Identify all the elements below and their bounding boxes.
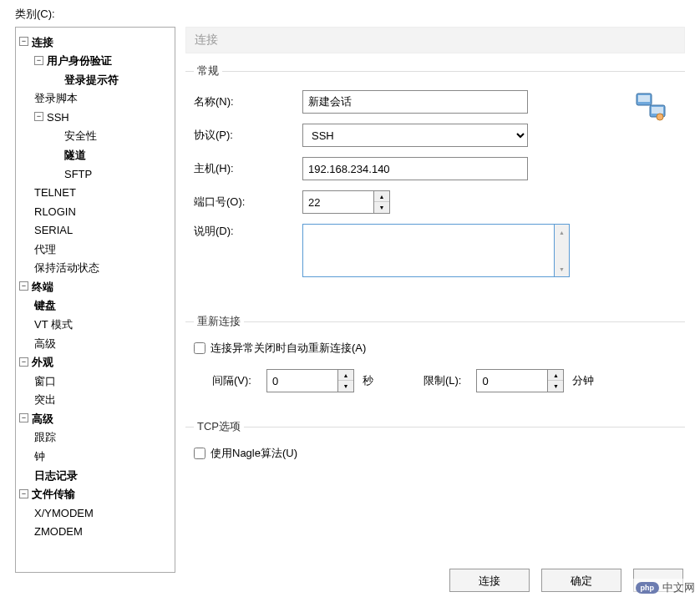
svg-rect-3 (652, 107, 663, 114)
protocol-label: 协议(P): (194, 128, 302, 143)
tcp-fieldset: TCP选项 使用Nagle算法(U) (185, 419, 685, 478)
reconnect-legend: 重新连接 (194, 314, 244, 329)
host-label: 主机(H): (194, 161, 302, 176)
tree-item-serial[interactable]: SERIAL (19, 221, 171, 240)
host-input[interactable] (302, 157, 528, 180)
ok-button[interactable]: 确定 (541, 569, 621, 592)
tree-item-vt-mode[interactable]: VT 模式 (19, 315, 171, 334)
tree-item-file-transfer[interactable]: −文件传输 X/YMODEM ZMODEM (19, 485, 171, 542)
tree-item-telnet[interactable]: TELNET (19, 184, 171, 203)
category-tree: −连接 −用户身份验证 登录提示符 登录脚本 −SSH 安全性 隧道 (15, 27, 175, 573)
connection-icon (635, 90, 668, 124)
spinner-up-icon[interactable]: ▲ (338, 370, 353, 381)
collapse-icon[interactable]: − (19, 281, 28, 291)
watermark-text: 中文网 (662, 580, 695, 595)
interval-input[interactable] (266, 369, 338, 392)
watermark: php 中文网 (631, 579, 701, 597)
tree-item-advanced-term[interactable]: 高级 (19, 334, 171, 353)
scroll-up-icon[interactable]: ▲ (555, 225, 569, 240)
php-badge-icon: php (636, 582, 660, 594)
limit-unit: 分钟 (572, 373, 594, 388)
auto-reconnect-label: 连接异常关闭时自动重新连接(A) (211, 341, 366, 356)
collapse-icon[interactable]: − (19, 489, 28, 498)
collapse-icon[interactable]: − (19, 357, 28, 367)
spinner-down-icon[interactable]: ▼ (374, 202, 389, 213)
port-input[interactable] (302, 190, 374, 214)
collapse-icon[interactable]: − (34, 56, 43, 65)
category-label: 类别(C): (15, 3, 685, 27)
svg-point-4 (657, 114, 663, 120)
tree-item-login-prompt[interactable]: 登录提示符 (34, 70, 171, 89)
collapse-icon[interactable]: − (19, 413, 28, 422)
panel-title: 连接 (185, 27, 685, 53)
scroll-down-icon[interactable]: ▼ (555, 261, 569, 276)
spinner-up-icon[interactable]: ▲ (548, 370, 563, 381)
tree-item-ssh[interactable]: −SSH 安全性 隧道 SFTP (19, 108, 171, 183)
protocol-select[interactable]: SSH (302, 124, 528, 147)
tree-item-security[interactable]: 安全性 (34, 127, 171, 146)
name-input[interactable] (302, 90, 528, 114)
description-textarea[interactable] (302, 224, 555, 277)
tree-item-trace[interactable]: 跟踪 (19, 428, 171, 448)
tree-item-advanced[interactable]: −高级 跟踪 钟 日志记录 (19, 409, 171, 484)
general-legend: 常规 (194, 63, 222, 78)
interval-label: 间隔(V): (212, 373, 251, 388)
interval-unit: 秒 (363, 373, 373, 388)
description-label: 说明(D): (194, 224, 302, 239)
port-label: 端口号(O): (194, 195, 302, 210)
spinner-down-icon[interactable]: ▼ (338, 381, 353, 392)
spinner-down-icon[interactable]: ▼ (548, 381, 563, 392)
tree-item-user-auth[interactable]: −用户身份验证 登录提示符 (19, 52, 171, 89)
reconnect-fieldset: 重新连接 连接异常关闭时自动重新连接(A) 间隔(V): ▲ ▼ 秒 (185, 314, 685, 396)
tree-item-tunnel[interactable]: 隧道 (34, 145, 171, 164)
tree-item-terminal[interactable]: −终端 键盘 VT 模式 高级 (19, 277, 171, 352)
tree-item-logging[interactable]: 日志记录 (19, 466, 171, 485)
tree-item-keyboard[interactable]: 键盘 (19, 296, 171, 316)
collapse-icon[interactable]: − (34, 112, 43, 121)
textarea-scrollbar[interactable]: ▲ ▼ (555, 224, 570, 277)
tree-item-zmodem[interactable]: ZMODEM (19, 523, 171, 542)
limit-input[interactable] (476, 369, 548, 392)
name-label: 名称(N): (194, 94, 302, 109)
collapse-icon[interactable]: − (19, 37, 28, 46)
interval-spinner[interactable]: ▲ ▼ (338, 369, 354, 392)
tree-item-proxy[interactable]: 代理 (19, 240, 171, 259)
auto-reconnect-checkbox[interactable] (194, 342, 205, 354)
tree-item-sftp[interactable]: SFTP (34, 164, 171, 184)
nagle-checkbox[interactable] (194, 448, 205, 459)
general-fieldset: 常规 名称(N): 协议(P): SSH (185, 63, 685, 291)
tree-item-appearance[interactable]: −外观 窗口 突出 (19, 353, 171, 410)
nagle-label: 使用Nagle算法(U) (211, 446, 297, 461)
tree-item-keepalive[interactable]: 保持活动状态 (19, 259, 171, 278)
tree-item-highlight[interactable]: 突出 (19, 391, 171, 410)
connect-button[interactable]: 连接 (449, 569, 530, 592)
limit-label: 限制(L): (424, 373, 462, 388)
spinner-up-icon[interactable]: ▲ (374, 191, 389, 202)
port-spinner[interactable]: ▲ ▼ (374, 190, 390, 214)
svg-rect-1 (638, 95, 650, 102)
tree-item-xymodem[interactable]: X/YMODEM (19, 503, 171, 523)
tree-item-rlogin[interactable]: RLOGIN (19, 202, 171, 221)
tree-item-window[interactable]: 窗口 (19, 372, 171, 391)
tcp-legend: TCP选项 (194, 419, 244, 434)
tree-item-login-script[interactable]: 登录脚本 (19, 89, 171, 109)
limit-spinner[interactable]: ▲ ▼ (548, 369, 564, 392)
tree-item-bell[interactable]: 钟 (19, 447, 171, 466)
tree-item-connection[interactable]: −连接 −用户身份验证 登录提示符 登录脚本 −SSH 安全性 隧道 (19, 33, 171, 277)
